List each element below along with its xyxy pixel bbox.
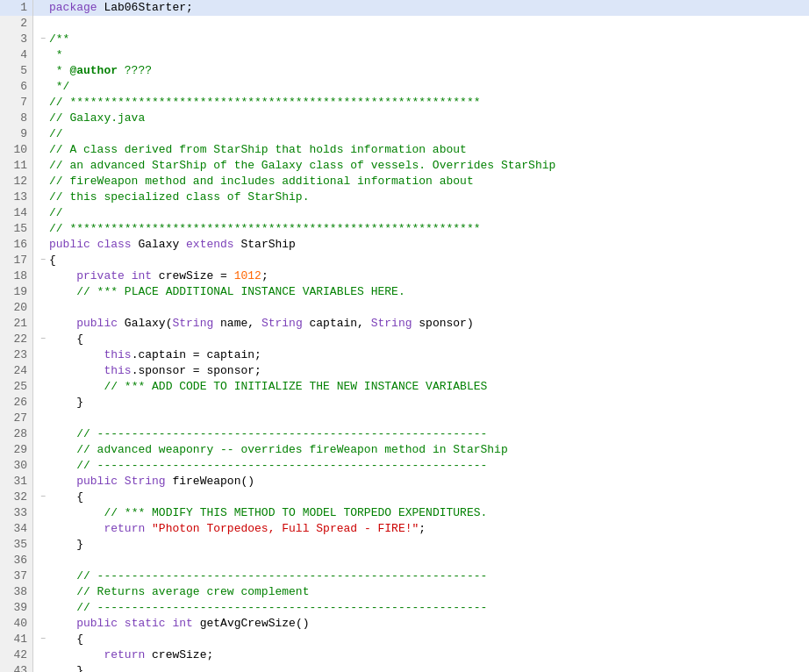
code-line-16: public class Galaxy extends StarShip [33,237,809,253]
line-num-35: 35 [0,537,32,553]
line30-content: // -------------------------------------… [49,458,809,474]
line-num-39: 39 [0,600,32,616]
line40-content: public static int getAvgCrewSize() [49,616,809,632]
line-num-11: 11 [0,158,32,174]
code-line-40: public static int getAvgCrewSize() [33,616,809,632]
code-line-43: } [33,663,809,672]
line-num-24: 24 [0,363,32,379]
line-num-29: 29 [0,442,32,458]
line23-content: this.captain = captain; [49,347,809,363]
line-num-3: 3 [0,32,32,47]
line-num-4: 4 [0,47,32,63]
line-num-22: 22 [0,332,32,347]
line-num-40: 40 [0,616,32,632]
line11-content: // an advanced StarShip of the Galaxy cl… [49,158,809,174]
line12-content: // fireWeapon method and includes additi… [49,174,809,189]
line-numbers: 1 2 3 4 5 6 7 8 9 10 11 12 13 14 15 16 1… [0,0,33,672]
line13-content: // this specialized class of StarShip. [49,189,809,205]
code-line-32: − { [33,490,809,505]
code-line-17: − { [33,253,809,268]
line3-content: /** [49,32,809,47]
line31-content: public String fireWeapon() [49,474,809,490]
code-line-14: // [33,205,809,221]
code-line-38: // Returns average crew complement [33,584,809,600]
code-line-31: public String fireWeapon() [33,474,809,490]
code-line-21: public Galaxy(String name, String captai… [33,316,809,332]
line35-content: } [49,537,809,553]
code-line-33: // *** MODIFY THIS METHOD TO MODEL TORPE… [33,505,809,521]
line-num-42: 42 [0,647,32,663]
code-line-34: return "Photon Torpedoes, Full Spread - … [33,521,809,537]
code-line-36 [33,553,809,568]
code-line-28: // -------------------------------------… [33,426,809,442]
code-line-7: // *************************************… [33,95,809,111]
code-line-10: // A class derived from StarShip that ho… [33,142,809,158]
code-line-42: return crewSize; [33,647,809,663]
fold-41: − [37,632,49,647]
line-num-18: 18 [0,268,32,284]
fold-17: − [37,253,49,268]
line-num-21: 21 [0,316,32,332]
code-area[interactable]: package Lab06Starter; − /** * * @author … [33,0,809,672]
line10-content: // A class derived from StarShip that ho… [49,142,809,158]
line-num-25: 25 [0,379,32,395]
line32-content: { [49,490,809,505]
code-line-4: * [33,47,809,63]
line-num-9: 9 [0,126,32,142]
line-num-37: 37 [0,568,32,584]
line5-content: * @author ???? [49,63,809,79]
code-line-8: // Galaxy.java [33,111,809,126]
code-line-12: // fireWeapon method and includes additi… [33,174,809,189]
line14-content: // [49,205,809,221]
line-num-8: 8 [0,111,32,126]
line16-content: public class Galaxy extends StarShip [49,237,809,253]
code-line-29: // advanced weaponry -- overrides fireWe… [33,442,809,458]
code-line-6: */ [33,79,809,95]
code-line-23: this.captain = captain; [33,347,809,363]
line-num-41: 41 [0,632,32,647]
line-num-26: 26 [0,395,32,411]
line-num-43: 43 [0,663,32,672]
line19-content: // *** PLACE ADDITIONAL INSTANCE VARIABL… [49,284,809,300]
line-num-28: 28 [0,426,32,442]
line-num-1: 1 [0,0,32,16]
code-line-24: this.sponsor = sponsor; [33,363,809,379]
line34-content: return "Photon Torpedoes, Full Spread - … [49,521,809,537]
fold-22: − [37,332,49,347]
line9-content: // [49,126,809,142]
line-num-36: 36 [0,553,32,568]
code-line-35: } [33,537,809,553]
code-line-26: } [33,395,809,411]
line-num-5: 5 [0,63,32,79]
code-editor: 1 2 3 4 5 6 7 8 9 10 11 12 13 14 15 16 1… [0,0,809,672]
line28-content: // -------------------------------------… [49,426,809,442]
line-num-2: 2 [0,16,32,32]
line-num-15: 15 [0,221,32,237]
line-num-20: 20 [0,300,32,316]
line15-content: // *************************************… [49,221,809,237]
line39-content: // -------------------------------------… [49,600,809,616]
code-line-2 [33,16,809,32]
line6-content: */ [49,79,809,95]
line-num-31: 31 [0,474,32,490]
line-num-13: 13 [0,189,32,205]
line29-content: // advanced weaponry -- overrides fireWe… [49,442,809,458]
code-line-18: private int crewSize = 1012; [33,268,809,284]
line-num-34: 34 [0,521,32,537]
line38-content: // Returns average crew complement [49,584,809,600]
line-num-7: 7 [0,95,32,111]
code-line-37: // -------------------------------------… [33,568,809,584]
code-line-39: // -------------------------------------… [33,600,809,616]
line-num-33: 33 [0,505,32,521]
code-line-41: − { [33,632,809,647]
line7-content: // *************************************… [49,95,809,111]
code-line-20 [33,300,809,316]
code-line-25: // *** ADD CODE TO INITIALIZE THE NEW IN… [33,379,809,395]
code-line-9: // [33,126,809,142]
line21-content: public Galaxy(String name, String captai… [49,316,809,332]
code-line-11: // an advanced StarShip of the Galaxy cl… [33,158,809,174]
line43-content: } [49,663,809,672]
line17-content: { [49,253,809,268]
line-num-27: 27 [0,411,32,426]
line-num-12: 12 [0,174,32,189]
